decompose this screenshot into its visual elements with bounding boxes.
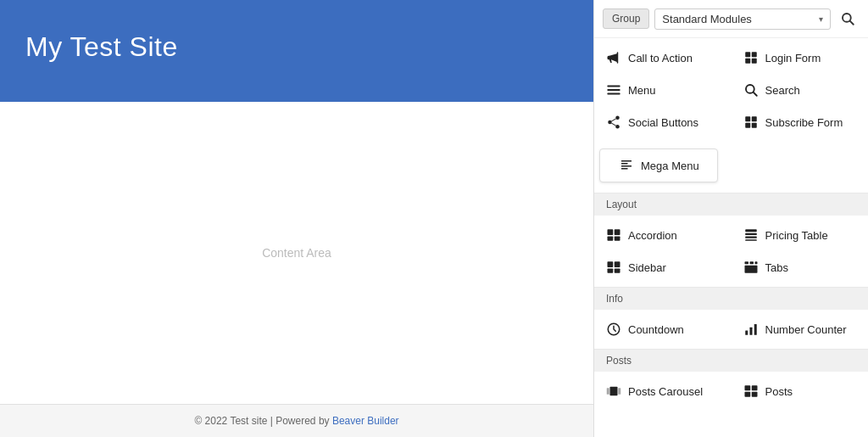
module-item-countdown[interactable]: Countdown — [594, 313, 732, 345]
posts-modules-grid: Posts Carousel Posts — [594, 372, 868, 411]
module-label: Menu — [628, 84, 656, 97]
main-modules-grid: Call to Action Login Form — [594, 38, 868, 142]
group-select[interactable]: Standard Modules ▾ — [654, 8, 831, 30]
svg-point-11 — [615, 116, 620, 120]
footer-link[interactable]: Beaver Builder — [332, 415, 399, 427]
svg-rect-21 — [615, 229, 620, 235]
module-label: Mega Menu — [641, 160, 699, 172]
module-item-accordion[interactable]: Accordion — [594, 219, 732, 251]
search-module-icon — [743, 82, 759, 98]
svg-rect-46 — [751, 392, 757, 397]
site-header: My Test Site — [0, 0, 593, 102]
svg-rect-42 — [618, 388, 620, 395]
svg-rect-27 — [745, 239, 757, 241]
svg-line-1 — [850, 21, 854, 25]
svg-point-13 — [615, 125, 620, 129]
accordion-icon — [606, 227, 621, 243]
countdown-icon — [606, 322, 621, 337]
panel-header: Group Standard Modules ▾ — [594, 0, 868, 38]
svg-rect-23 — [615, 237, 620, 241]
module-label: Posts Carousel — [628, 385, 703, 398]
modules-section-main: Call to Action Login Form — [594, 38, 868, 193]
svg-rect-26 — [745, 237, 757, 238]
svg-rect-39 — [754, 324, 756, 335]
posts-icon — [743, 384, 759, 399]
site-title: My Test Site — [25, 31, 178, 63]
svg-line-15 — [611, 119, 615, 121]
group-label: Group — [603, 8, 649, 29]
svg-rect-22 — [608, 237, 614, 241]
chevron-down-icon: ▾ — [819, 14, 823, 24]
mega-menu-icon — [619, 158, 634, 173]
svg-rect-29 — [615, 261, 620, 267]
module-label: Call to Action — [628, 52, 693, 64]
svg-rect-31 — [615, 269, 620, 273]
svg-rect-2 — [745, 52, 750, 57]
module-label: Posts — [765, 385, 793, 398]
svg-rect-32 — [744, 261, 748, 264]
module-item-menu[interactable]: Menu — [594, 74, 732, 106]
svg-rect-43 — [744, 385, 750, 390]
sidebar-icon — [606, 260, 621, 275]
svg-rect-41 — [610, 387, 618, 396]
svg-rect-5 — [751, 59, 756, 64]
module-item-social-buttons[interactable]: Social Buttons — [594, 106, 732, 138]
module-item-call-to-action[interactable]: Call to Action — [594, 42, 732, 74]
login-form-icon — [743, 50, 759, 65]
svg-rect-38 — [749, 328, 752, 335]
section-label-info: Info — [594, 287, 868, 310]
info-modules-grid: Countdown Number Counter — [594, 310, 868, 349]
number-counter-icon — [743, 322, 759, 337]
module-label: Social Buttons — [628, 116, 698, 129]
module-item-mega-menu[interactable]: Mega Menu — [599, 148, 718, 182]
site-footer: © 2022 Test site | Powered by Beaver Bui… — [0, 404, 593, 437]
svg-rect-18 — [745, 123, 750, 128]
svg-rect-19 — [751, 123, 756, 128]
svg-rect-4 — [745, 59, 750, 64]
search-button[interactable] — [836, 7, 860, 31]
module-label: Number Counter — [765, 323, 847, 336]
module-label: Login Form — [765, 52, 821, 64]
layout-modules-grid: Accordion Pricing Table — [594, 216, 868, 287]
modules-section-info: Info Countdown Nu — [594, 287, 868, 349]
svg-rect-37 — [745, 331, 748, 335]
module-item-sidebar[interactable]: Sidebar — [594, 251, 732, 283]
svg-rect-25 — [745, 233, 757, 235]
module-label: Countdown — [628, 323, 684, 336]
svg-rect-45 — [744, 392, 750, 397]
search-icon — [840, 11, 855, 26]
svg-line-10 — [753, 92, 756, 96]
pricing-table-icon — [743, 227, 759, 243]
module-item-posts[interactable]: Posts — [732, 375, 869, 407]
module-item-login-form[interactable]: Login Form — [732, 42, 869, 74]
svg-line-14 — [611, 123, 615, 126]
footer-text: © 2022 Test site | Powered by — [194, 415, 332, 427]
module-item-number-counter[interactable]: Number Counter — [732, 313, 869, 345]
module-item-tabs[interactable]: Tabs — [732, 251, 869, 283]
svg-rect-34 — [754, 261, 757, 264]
section-label-layout: Layout — [594, 193, 868, 216]
module-item-search[interactable]: Search — [732, 74, 869, 106]
module-item-subscribe-form[interactable]: Subscribe Form — [732, 106, 869, 138]
module-item-pricing-table[interactable]: Pricing Table — [732, 219, 869, 251]
module-label: Sidebar — [628, 261, 666, 274]
panel-scroll[interactable]: Call to Action Login Form — [594, 38, 868, 437]
svg-rect-17 — [751, 116, 756, 121]
svg-rect-33 — [749, 261, 754, 264]
megaphone-icon — [606, 50, 621, 65]
social-buttons-icon — [606, 115, 621, 130]
svg-rect-3 — [751, 52, 756, 57]
group-select-value: Standard Modules — [662, 13, 752, 25]
svg-rect-35 — [744, 266, 757, 273]
posts-carousel-icon — [606, 384, 621, 399]
svg-rect-28 — [608, 261, 614, 267]
module-label: Search — [765, 84, 800, 97]
module-label: Pricing Table — [765, 229, 828, 242]
site-content: Content Area — [0, 102, 593, 404]
svg-rect-16 — [745, 116, 750, 121]
svg-rect-20 — [608, 229, 614, 235]
module-label: Subscribe Form — [765, 116, 843, 129]
modules-panel: Group Standard Modules ▾ Call to Action — [593, 0, 868, 437]
module-item-posts-carousel[interactable]: Posts Carousel — [594, 375, 732, 407]
svg-rect-24 — [745, 229, 757, 232]
